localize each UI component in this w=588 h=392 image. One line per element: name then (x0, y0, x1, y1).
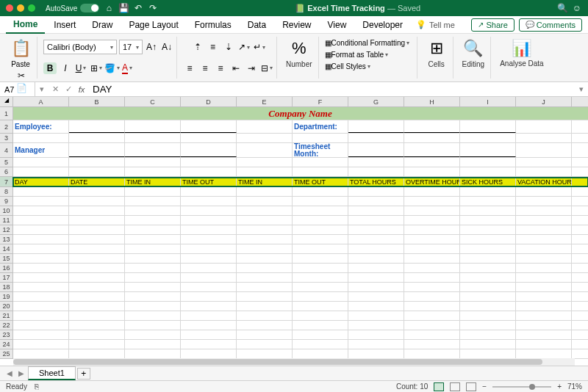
cell[interactable] (69, 134, 125, 142)
cell[interactable] (237, 235, 293, 244)
cell[interactable] (69, 273, 125, 282)
row-header[interactable]: 3 (0, 134, 12, 143)
align-left-icon[interactable]: ≡ (183, 62, 196, 74)
save-icon[interactable]: 💾 (118, 3, 129, 13)
cell[interactable] (404, 292, 460, 301)
cell[interactable] (404, 197, 460, 206)
cell[interactable] (125, 206, 181, 215)
cell[interactable] (516, 187, 572, 196)
cell[interactable] (181, 235, 237, 244)
cell[interactable] (516, 143, 572, 157)
share-button[interactable]: Share (471, 18, 514, 32)
cell[interactable] (516, 349, 572, 358)
cell[interactable] (181, 292, 237, 301)
cell[interactable] (404, 167, 460, 176)
cell[interactable] (348, 134, 404, 142)
tab-data[interactable]: Data (240, 17, 273, 33)
tab-draw[interactable]: Draw (85, 17, 120, 33)
cell[interactable] (460, 134, 516, 142)
zoom-in-button[interactable]: + (557, 382, 562, 391)
cell[interactable] (293, 292, 348, 301)
row-header[interactable]: 6 (0, 167, 12, 177)
cell[interactable] (125, 349, 181, 358)
fx-icon[interactable]: fx (75, 85, 88, 94)
cell[interactable] (348, 120, 404, 133)
cell[interactable] (348, 340, 404, 349)
cell[interactable] (293, 225, 348, 234)
col-header-C[interactable]: C (125, 97, 181, 106)
sheet-tab[interactable]: Sheet1 (28, 366, 76, 380)
cell[interactable] (13, 283, 69, 291)
row-header[interactable]: 9 (0, 197, 12, 206)
cell[interactable] (348, 225, 404, 234)
cancel-formula-icon[interactable]: ✕ (49, 84, 62, 94)
cell[interactable] (125, 120, 181, 133)
conditional-formatting-button[interactable]: ▦ Conditional Formatting (325, 37, 410, 48)
row-header[interactable]: 4 (0, 143, 12, 158)
select-all-corner[interactable]: ◢ (0, 97, 13, 107)
cell[interactable] (125, 167, 181, 176)
cell[interactable] (516, 206, 572, 215)
zoom-slider[interactable] (492, 386, 551, 388)
cell[interactable] (404, 283, 460, 291)
align-right-icon[interactable]: ≡ (214, 62, 227, 74)
cell[interactable] (237, 143, 293, 157)
cell[interactable] (181, 340, 237, 349)
cell[interactable] (348, 197, 404, 206)
cell[interactable] (125, 225, 181, 234)
row-header[interactable]: 8 (0, 187, 12, 197)
row-headers[interactable]: 1234567891011121314151617181920212223242… (0, 107, 13, 359)
editing-button[interactable]: 🔍 Editing (459, 37, 488, 71)
italic-button[interactable]: I (59, 62, 72, 74)
cell[interactable] (293, 158, 348, 167)
cell[interactable] (125, 187, 181, 196)
tab-developer[interactable]: Developer (355, 17, 410, 33)
cell[interactable] (69, 167, 125, 176)
tab-review[interactable]: Review (275, 17, 318, 33)
cell[interactable] (69, 225, 125, 234)
cell[interactable] (404, 206, 460, 215)
normal-view-icon[interactable] (434, 382, 444, 391)
cell[interactable] (516, 302, 572, 311)
cell[interactable] (516, 235, 572, 244)
accessibility-icon[interactable]: ⎘ (35, 382, 39, 391)
cell[interactable] (69, 244, 125, 253)
cell[interactable] (125, 143, 181, 157)
cell[interactable] (237, 120, 293, 133)
cell[interactable] (460, 283, 516, 291)
cell[interactable] (13, 349, 69, 358)
cell[interactable] (293, 273, 348, 282)
cell[interactable] (460, 311, 516, 320)
cell[interactable] (460, 235, 516, 244)
number-format-button[interactable]: % Number (283, 37, 315, 71)
cell[interactable] (404, 244, 460, 253)
cell[interactable] (404, 321, 460, 330)
cell[interactable] (348, 283, 404, 291)
tab-insert[interactable]: Insert (46, 17, 83, 33)
tab-formulas[interactable]: Formulas (187, 17, 239, 33)
minimize-window-icon[interactable] (17, 4, 24, 12)
page-break-view-icon[interactable] (466, 382, 476, 391)
search-icon[interactable]: 🔍 (557, 3, 567, 13)
cell[interactable] (237, 302, 293, 311)
cell[interactable] (125, 264, 181, 272)
cell[interactable] (181, 187, 237, 196)
cell[interactable] (460, 244, 516, 253)
cell[interactable] (516, 254, 572, 263)
cell[interactable] (348, 311, 404, 320)
cut-icon[interactable]: ✂ (15, 70, 28, 81)
cell[interactable] (293, 197, 348, 206)
row-header[interactable]: 10 (0, 206, 12, 216)
grow-font-icon[interactable]: A↑ (145, 41, 158, 53)
row-header[interactable]: 2 (0, 120, 12, 134)
cell[interactable] (69, 197, 125, 206)
row-header[interactable]: 17 (0, 273, 12, 283)
cell[interactable] (460, 143, 516, 157)
cell[interactable] (237, 321, 293, 330)
cell[interactable] (460, 340, 516, 349)
cell[interactable] (293, 302, 348, 311)
align-bottom-icon[interactable]: ⇣ (222, 41, 235, 53)
row-header[interactable]: 25 (0, 349, 12, 359)
cell[interactable] (69, 283, 125, 291)
cell[interactable] (13, 273, 69, 282)
